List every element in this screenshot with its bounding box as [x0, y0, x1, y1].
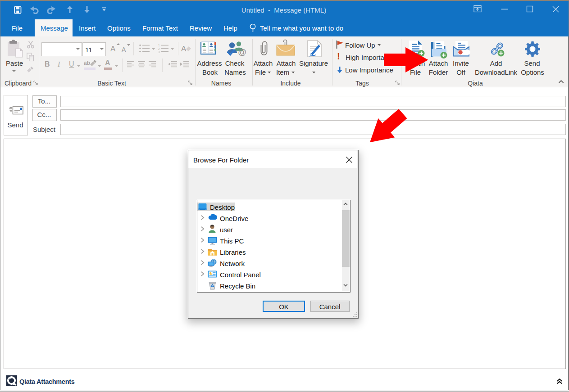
svg-text:3: 3 [158, 50, 160, 54]
svg-text:2: 2 [158, 47, 160, 50]
svg-text:1: 1 [158, 44, 160, 47]
